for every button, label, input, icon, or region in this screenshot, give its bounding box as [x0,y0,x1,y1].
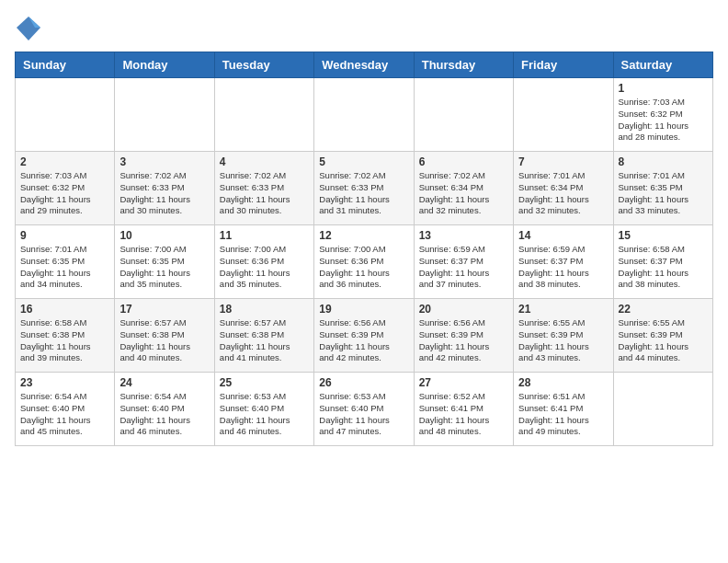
day-number: 16 [20,303,109,316]
calendar-cell: 24Sunrise: 6:54 AM Sunset: 6:40 PM Dayli… [115,373,214,446]
day-info: Sunrise: 6:58 AM Sunset: 6:37 PM Dayligh… [619,244,708,291]
calendar-cell: 1Sunrise: 7:03 AM Sunset: 6:32 PM Daylig… [613,78,712,152]
day-number: 27 [419,376,508,389]
calendar-cell: 6Sunrise: 7:02 AM Sunset: 6:34 PM Daylig… [414,152,513,225]
day-number: 21 [518,303,608,316]
day-number: 14 [518,229,608,242]
day-info: Sunrise: 7:02 AM Sunset: 6:33 PM Dayligh… [220,170,309,217]
day-number: 26 [319,376,408,389]
logo [15,15,46,42]
day-number: 25 [220,376,309,389]
day-info: Sunrise: 7:01 AM Sunset: 6:34 PM Dayligh… [518,170,608,217]
day-number: 23 [20,376,109,389]
calendar-cell [613,373,712,446]
day-info: Sunrise: 7:00 AM Sunset: 6:35 PM Dayligh… [119,244,209,291]
calendar-table: SundayMondayTuesdayWednesdayThursdayFrid… [15,52,713,446]
day-number: 20 [419,303,508,316]
day-number: 11 [220,229,309,242]
day-number: 5 [319,155,408,168]
day-number: 15 [619,229,708,242]
weekday-header-thursday: Thursday [414,52,513,78]
calendar-cell: 22Sunrise: 6:55 AM Sunset: 6:39 PM Dayli… [613,299,712,373]
day-number: 2 [20,155,109,168]
day-info: Sunrise: 6:53 AM Sunset: 6:40 PM Dayligh… [220,391,309,438]
weekday-header-sunday: Sunday [16,52,115,78]
calendar-cell [414,78,513,152]
day-number: 6 [419,155,508,168]
day-number: 4 [220,155,309,168]
day-number: 28 [518,376,608,389]
day-number: 24 [119,376,209,389]
calendar-week-2: 2Sunrise: 7:03 AM Sunset: 6:32 PM Daylig… [16,152,713,225]
calendar-cell: 27Sunrise: 6:52 AM Sunset: 6:41 PM Dayli… [414,373,513,446]
day-info: Sunrise: 6:59 AM Sunset: 6:37 PM Dayligh… [419,244,508,291]
day-number: 3 [119,155,209,168]
calendar-cell [16,78,115,152]
calendar-cell: 8Sunrise: 7:01 AM Sunset: 6:35 PM Daylig… [613,152,712,225]
svg-marker-0 [17,17,40,40]
day-number: 9 [20,229,109,242]
calendar-cell: 11Sunrise: 7:00 AM Sunset: 6:36 PM Dayli… [214,225,313,299]
day-info: Sunrise: 6:52 AM Sunset: 6:41 PM Dayligh… [419,391,508,438]
weekday-header-friday: Friday [514,52,613,78]
calendar-cell: 2Sunrise: 7:03 AM Sunset: 6:32 PM Daylig… [16,152,115,225]
day-info: Sunrise: 7:01 AM Sunset: 6:35 PM Dayligh… [619,170,708,217]
day-number: 18 [220,303,309,316]
day-info: Sunrise: 6:53 AM Sunset: 6:40 PM Dayligh… [319,391,408,438]
day-number: 7 [518,155,608,168]
day-info: Sunrise: 6:51 AM Sunset: 6:41 PM Dayligh… [518,391,608,438]
calendar-cell: 7Sunrise: 7:01 AM Sunset: 6:34 PM Daylig… [514,152,613,225]
day-number: 12 [319,229,408,242]
calendar-cell [214,78,313,152]
day-info: Sunrise: 6:54 AM Sunset: 6:40 PM Dayligh… [119,391,209,438]
day-number: 10 [119,229,209,242]
day-info: Sunrise: 6:57 AM Sunset: 6:38 PM Dayligh… [220,317,309,364]
calendar-cell: 3Sunrise: 7:02 AM Sunset: 6:33 PM Daylig… [115,152,214,225]
day-info: Sunrise: 7:02 AM Sunset: 6:33 PM Dayligh… [319,170,408,217]
calendar-cell: 5Sunrise: 7:02 AM Sunset: 6:33 PM Daylig… [314,152,414,225]
day-info: Sunrise: 6:56 AM Sunset: 6:39 PM Dayligh… [319,317,408,364]
day-info: Sunrise: 7:01 AM Sunset: 6:35 PM Dayligh… [20,244,109,291]
day-info: Sunrise: 7:03 AM Sunset: 6:32 PM Dayligh… [619,97,708,144]
day-number: 19 [319,303,408,316]
calendar-cell: 18Sunrise: 6:57 AM Sunset: 6:38 PM Dayli… [214,299,313,373]
calendar-cell: 16Sunrise: 6:58 AM Sunset: 6:38 PM Dayli… [16,299,115,373]
calendar-cell: 23Sunrise: 6:54 AM Sunset: 6:40 PM Dayli… [16,373,115,446]
day-info: Sunrise: 6:57 AM Sunset: 6:38 PM Dayligh… [119,317,209,364]
calendar-week-5: 23Sunrise: 6:54 AM Sunset: 6:40 PM Dayli… [16,373,713,446]
day-number: 1 [619,82,708,95]
day-info: Sunrise: 7:00 AM Sunset: 6:36 PM Dayligh… [220,244,309,291]
day-info: Sunrise: 6:58 AM Sunset: 6:38 PM Dayligh… [20,317,109,364]
calendar-cell: 12Sunrise: 7:00 AM Sunset: 6:36 PM Dayli… [314,225,414,299]
calendar-week-1: 1Sunrise: 7:03 AM Sunset: 6:32 PM Daylig… [16,78,713,152]
calendar-cell [314,78,414,152]
weekday-header-tuesday: Tuesday [214,52,313,78]
calendar-week-3: 9Sunrise: 7:01 AM Sunset: 6:35 PM Daylig… [16,225,713,299]
day-number: 13 [419,229,508,242]
calendar-header-row: SundayMondayTuesdayWednesdayThursdayFrid… [16,52,713,78]
calendar-cell: 28Sunrise: 6:51 AM Sunset: 6:41 PM Dayli… [514,373,613,446]
weekday-header-saturday: Saturday [613,52,712,78]
calendar-cell: 9Sunrise: 7:01 AM Sunset: 6:35 PM Daylig… [16,225,115,299]
calendar-cell: 17Sunrise: 6:57 AM Sunset: 6:38 PM Dayli… [115,299,214,373]
weekday-header-wednesday: Wednesday [314,52,414,78]
day-info: Sunrise: 7:02 AM Sunset: 6:34 PM Dayligh… [419,170,508,217]
day-info: Sunrise: 6:56 AM Sunset: 6:39 PM Dayligh… [419,317,508,364]
weekday-header-monday: Monday [115,52,214,78]
day-info: Sunrise: 6:55 AM Sunset: 6:39 PM Dayligh… [518,317,608,364]
calendar-cell [514,78,613,152]
logo-icon [15,15,42,42]
calendar-cell: 25Sunrise: 6:53 AM Sunset: 6:40 PM Dayli… [214,373,313,446]
day-info: Sunrise: 6:59 AM Sunset: 6:37 PM Dayligh… [518,244,608,291]
page-header [15,15,713,42]
day-info: Sunrise: 7:03 AM Sunset: 6:32 PM Dayligh… [20,170,109,217]
day-info: Sunrise: 6:55 AM Sunset: 6:39 PM Dayligh… [619,317,708,364]
calendar-cell: 14Sunrise: 6:59 AM Sunset: 6:37 PM Dayli… [514,225,613,299]
calendar-cell: 13Sunrise: 6:59 AM Sunset: 6:37 PM Dayli… [414,225,513,299]
calendar-cell: 4Sunrise: 7:02 AM Sunset: 6:33 PM Daylig… [214,152,313,225]
day-info: Sunrise: 7:02 AM Sunset: 6:33 PM Dayligh… [119,170,209,217]
calendar-cell: 21Sunrise: 6:55 AM Sunset: 6:39 PM Dayli… [514,299,613,373]
calendar-cell: 20Sunrise: 6:56 AM Sunset: 6:39 PM Dayli… [414,299,513,373]
calendar-cell: 15Sunrise: 6:58 AM Sunset: 6:37 PM Dayli… [613,225,712,299]
calendar-cell: 10Sunrise: 7:00 AM Sunset: 6:35 PM Dayli… [115,225,214,299]
